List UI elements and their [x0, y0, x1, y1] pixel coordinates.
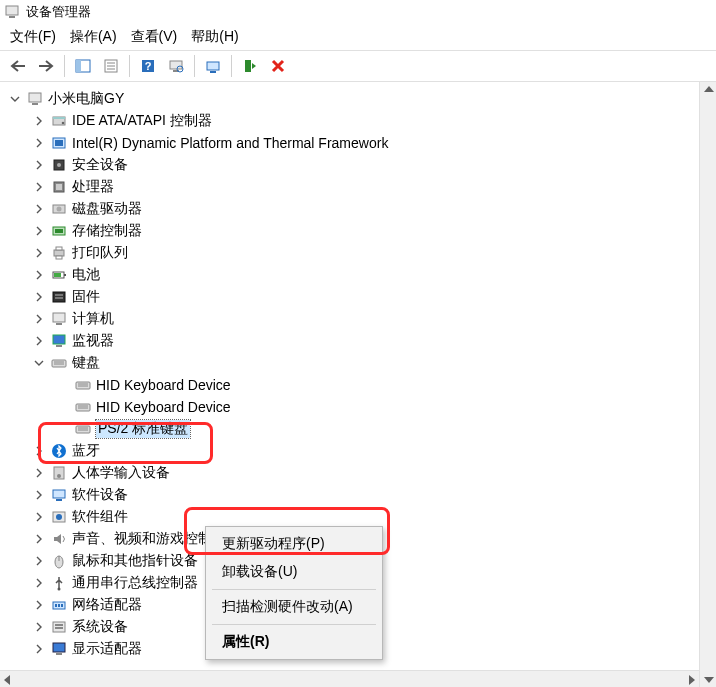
vertical-scrollbar[interactable] — [699, 82, 716, 687]
tree-item[interactable]: 磁盘驱动器 — [32, 198, 712, 220]
expander-open-icon[interactable] — [8, 92, 22, 106]
tree-item-label: 监视器 — [72, 332, 114, 350]
expander-open-icon[interactable] — [32, 356, 46, 370]
expander-closed-icon[interactable] — [32, 620, 46, 634]
enable-device-button[interactable] — [238, 54, 262, 78]
tree-item[interactable]: 存储控制器 — [32, 220, 712, 242]
tree-item[interactable]: IDE ATA/ATAPI 控制器 — [32, 110, 712, 132]
menu-action[interactable]: 操作(A) — [70, 28, 117, 46]
expander-closed-icon[interactable] — [32, 554, 46, 568]
tree-item[interactable]: 电池 — [32, 264, 712, 286]
tree-item[interactable]: 蓝牙 — [32, 440, 712, 462]
svg-point-24 — [57, 163, 61, 167]
expander-closed-icon[interactable] — [32, 202, 46, 216]
tree-item[interactable]: 固件 — [32, 286, 712, 308]
expander-closed-icon[interactable] — [32, 488, 46, 502]
svg-rect-16 — [29, 93, 41, 102]
ctx-scan-hardware[interactable]: 扫描检测硬件改动(A) — [208, 593, 380, 621]
horizontal-scrollbar[interactable] — [0, 670, 699, 687]
tree-leaf-label: HID Keyboard Device — [96, 399, 231, 415]
expander-none — [56, 378, 70, 392]
update-driver-button[interactable] — [201, 54, 225, 78]
properties-button[interactable] — [99, 54, 123, 78]
tree-item[interactable]: Intel(R) Dynamic Platform and Thermal Fr… — [32, 132, 712, 154]
keyboard-icon — [50, 354, 68, 372]
tree-item-label: 显示适配器 — [72, 640, 142, 658]
expander-closed-icon[interactable] — [32, 598, 46, 612]
platform-icon — [50, 134, 68, 152]
show-hide-tree-button[interactable] — [71, 54, 95, 78]
tree-item-keyboard[interactable]: 键盘 — [32, 352, 712, 374]
context-menu-separator — [212, 624, 376, 625]
title-bar: 设备管理器 — [0, 0, 716, 24]
svg-rect-39 — [55, 297, 63, 299]
tree-item-label: 人体学输入设备 — [72, 464, 170, 482]
expander-closed-icon[interactable] — [32, 334, 46, 348]
tree-item[interactable]: 软件组件 — [32, 506, 712, 528]
tree-item[interactable]: 软件设备 — [32, 484, 712, 506]
tree-leaf-keyboard[interactable]: PS/2 标准键盘 — [56, 418, 712, 440]
tree-leaf-label: PS/2 标准键盘 — [96, 420, 190, 438]
expander-closed-icon[interactable] — [32, 114, 46, 128]
tree-item-label: 鼠标和其他指针设备 — [72, 552, 198, 570]
usb-icon — [50, 574, 68, 592]
svg-point-28 — [57, 207, 62, 212]
tree-item[interactable]: 打印队列 — [32, 242, 712, 264]
expander-closed-icon[interactable] — [32, 290, 46, 304]
menu-help[interactable]: 帮助(H) — [191, 28, 238, 46]
tree-item[interactable]: 监视器 — [32, 330, 712, 352]
expander-closed-icon[interactable] — [32, 642, 46, 656]
expander-closed-icon[interactable] — [32, 444, 46, 458]
expander-closed-icon[interactable] — [32, 224, 46, 238]
menu-file[interactable]: 文件(F) — [10, 28, 56, 46]
ctx-update-driver[interactable]: 更新驱动程序(P) — [208, 530, 380, 558]
ctx-uninstall-device[interactable]: 卸载设备(U) — [208, 558, 380, 586]
svg-rect-42 — [53, 335, 65, 344]
display-icon — [50, 640, 68, 658]
svg-rect-3 — [76, 60, 81, 72]
svg-rect-74 — [56, 653, 62, 655]
uninstall-device-button[interactable] — [266, 54, 290, 78]
forward-button[interactable] — [34, 54, 58, 78]
expander-closed-icon[interactable] — [32, 510, 46, 524]
tree-item[interactable]: 人体学输入设备 — [32, 462, 712, 484]
tree-item-label: 软件组件 — [72, 508, 128, 526]
expander-closed-icon[interactable] — [32, 312, 46, 326]
toolbar: ? — [0, 50, 716, 82]
tree-item-label: 打印队列 — [72, 244, 128, 262]
tree-leaf-keyboard[interactable]: HID Keyboard Device — [56, 374, 712, 396]
tree-item[interactable]: 计算机 — [32, 308, 712, 330]
svg-point-62 — [56, 514, 62, 520]
context-menu: 更新驱动程序(P) 卸载设备(U) 扫描检测硬件改动(A) 属性(R) — [205, 526, 383, 660]
expander-closed-icon[interactable] — [32, 268, 46, 282]
tree-item-label: 安全设备 — [72, 156, 128, 174]
ctx-properties[interactable]: 属性(R) — [208, 628, 380, 656]
tree-item-label: 键盘 — [72, 354, 100, 372]
expander-closed-icon[interactable] — [32, 158, 46, 172]
context-menu-separator — [212, 589, 376, 590]
svg-rect-72 — [55, 627, 63, 629]
tree-root[interactable]: 小米电脑GY — [8, 88, 712, 110]
expander-closed-icon[interactable] — [32, 136, 46, 150]
monitor-icon — [50, 332, 68, 350]
tree-item-label: 固件 — [72, 288, 100, 306]
tree-item[interactable]: 安全设备 — [32, 154, 712, 176]
tree-item[interactable]: 处理器 — [32, 176, 712, 198]
tree-leaf-keyboard[interactable]: HID Keyboard Device — [56, 396, 712, 418]
expander-closed-icon[interactable] — [32, 180, 46, 194]
svg-rect-41 — [56, 323, 62, 325]
menu-view[interactable]: 查看(V) — [131, 28, 178, 46]
keyboard-icon — [74, 420, 92, 438]
ide-icon — [50, 112, 68, 130]
cpu-icon — [50, 178, 68, 196]
expander-closed-icon[interactable] — [32, 576, 46, 590]
tree-root-label: 小米电脑GY — [48, 90, 124, 108]
tree-item-label: 计算机 — [72, 310, 114, 328]
help-button[interactable]: ? — [136, 54, 160, 78]
expander-closed-icon[interactable] — [32, 246, 46, 260]
tree-item-label: Intel(R) Dynamic Platform and Thermal Fr… — [72, 135, 388, 151]
expander-closed-icon[interactable] — [32, 466, 46, 480]
back-button[interactable] — [6, 54, 30, 78]
expander-closed-icon[interactable] — [32, 532, 46, 546]
scan-hardware-button[interactable] — [164, 54, 188, 78]
